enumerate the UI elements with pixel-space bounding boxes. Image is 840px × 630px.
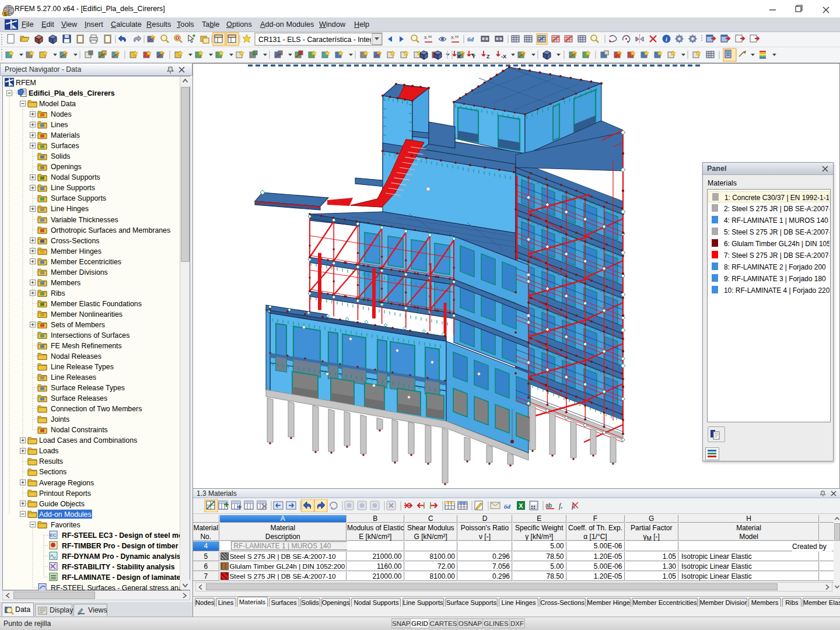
svg-text:Member Divisions: Member Divisions [51,268,108,276]
svg-text:Surface Release Types: Surface Release Types [51,384,125,392]
svg-text:Member Elastic Foundations: Member Elastic Foundations [51,300,142,308]
svg-text:FE Mesh Refinements: FE Mesh Refinements [51,342,122,350]
svg-text:Lines: Lines [51,121,68,129]
svg-text:-X: -X [501,54,506,60]
svg-text:Model Data: Model Data [39,100,76,108]
svg-text:Nodal Supports: Nodal Supports [51,173,100,181]
svg-text:i: i [666,36,667,43]
svg-text:Loads: Loads [39,447,59,455]
svg-text:Connection of Two Members: Connection of Two Members [51,405,142,413]
svg-text:Line Release Types: Line Release Types [51,363,114,371]
svg-text:Members: Members [51,279,80,287]
svg-text:CR131 - ELS - Característica -: CR131 - ELS - Característica - Integrida… [258,36,388,44]
svg-text:Nodal Constraints: Nodal Constraints [51,426,108,434]
svg-text:Solids: Solids [51,152,71,160]
svg-text:Y: Y [472,54,475,60]
svg-text:Surfaces: Surfaces [51,142,79,150]
svg-text:Line Releases: Line Releases [51,373,96,382]
svg-text:Member Nonlinearities: Member Nonlinearities [51,310,123,318]
svg-text:Openings: Openings [51,163,82,171]
svg-text:Z: Z [487,54,490,60]
svg-text:Line Hinges: Line Hinges [51,205,89,213]
svg-text:RFEM: RFEM [16,79,36,87]
svg-text:Edifici_Pla_dels_Cirerers: Edifici_Pla_dels_Cirerers [29,89,115,97]
svg-text:Joints: Joints [51,415,69,424]
svg-text:Average Regions: Average Regions [39,479,94,487]
svg-text:Intersections of Surfaces: Intersections of Surfaces [51,331,130,340]
svg-text:Add-on Modules: Add-on Modules [39,510,92,519]
svg-text:Printout Reports: Printout Reports [39,489,91,498]
svg-text:RF-STABILITY - Stability analy: RF-STABILITY - Stability analysis [62,563,175,571]
svg-text:Nodal Releases: Nodal Releases [51,352,102,360]
svg-text:Nodes: Nodes [51,110,72,118]
svg-text:X: X [457,54,461,60]
svg-text:Surface Supports: Surface Supports [51,194,106,202]
svg-text:RF-LAMINATE - Design of lamina: RF-LAMINATE - Design of laminate s [62,573,181,582]
svg-text:X.XX: X.XX [424,35,432,40]
svg-text:Orthotropic Surfaces and Membr: Orthotropic Surfaces and Membranes [51,226,170,235]
svg-text:6d: 6d [467,36,474,43]
svg-text:Variable Thicknesses: Variable Thicknesses [51,216,118,224]
svg-text:Line Supports: Line Supports [51,184,95,192]
svg-text:EC: EC [50,533,56,538]
svg-text:RF-TIMBER Pro - Design of timb: RF-TIMBER Pro - Design of timber m [62,542,181,550]
svg-text:Guide Objects: Guide Objects [39,500,85,508]
svg-text:5: 5 [4,11,6,17]
svg-text:X.XX: X.XX [451,35,459,40]
svg-text:Cross-Sections: Cross-Sections [51,237,99,245]
svg-text:Results: Results [39,457,63,466]
svg-text:Materials: Materials [51,131,80,139]
svg-text:RF-STEEL EC3 - Design of steel: RF-STEEL EC3 - Design of steel mem [62,531,181,540]
svg-text:Surface Releases: Surface Releases [51,394,107,402]
svg-text:Sections: Sections [39,468,66,476]
svg-text:Favorites: Favorites [51,521,80,529]
svg-text:Member Eccentricities: Member Eccentricities [51,258,121,266]
svg-text:Load Cases and Combinations: Load Cases and Combinations [39,436,137,444]
svg-text:Member Hinges: Member Hinges [51,247,102,256]
svg-text:Sets of Members: Sets of Members [51,321,105,329]
svg-text:Ribs: Ribs [51,289,65,298]
svg-text:RF-DYNAM Pro - Dynamic analysi: RF-DYNAM Pro - Dynamic analysis [62,552,181,561]
